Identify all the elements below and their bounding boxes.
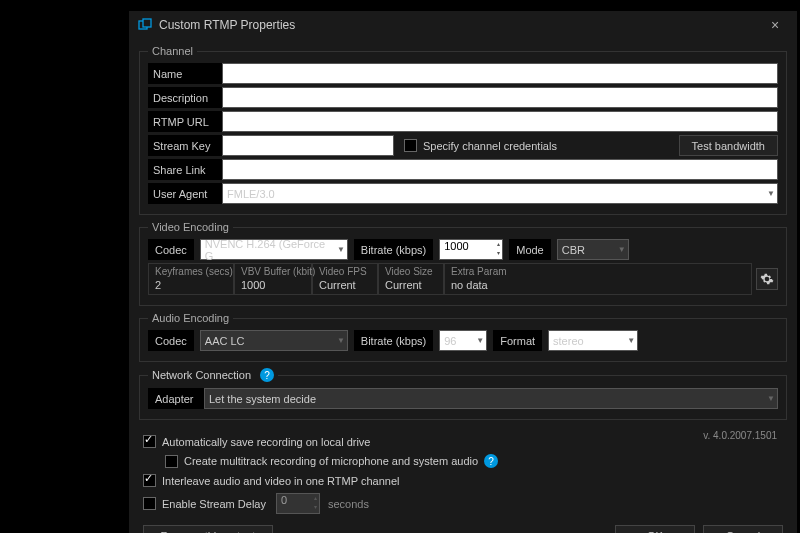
audio-legend: Audio Encoding [148,312,233,324]
stream-delay-input[interactable]: 0 [276,493,320,514]
user-agent-select[interactable]: FMLE/3.0 ▼ [222,183,778,204]
extra-param-box: Extra Param no data [444,263,752,295]
audio-codec-label: Codec [148,330,194,351]
interleave-checkbox[interactable] [143,474,156,487]
chevron-down-icon: ▼ [767,394,775,403]
remove-output-button[interactable]: Remove this output [143,525,273,533]
video-size-box: Video Size Current [378,263,444,295]
network-legend: Network Connection ? [148,368,278,382]
channel-legend: Channel [148,45,197,57]
user-agent-value: FMLE/3.0 [227,188,275,200]
rtmp-url-label: RTMP URL [148,111,222,132]
audio-codec-select[interactable]: AAC LC▼ [200,330,348,351]
test-bandwidth-button[interactable]: Test bandwidth [679,135,778,156]
seconds-label: seconds [328,498,369,510]
rtmp-url-input[interactable] [222,111,778,132]
svg-rect-1 [143,19,151,27]
close-icon[interactable]: × [761,17,789,33]
chevron-down-icon: ▼ [618,245,626,254]
video-fps-box: Video FPS Current [312,263,378,295]
audio-format-select[interactable]: stereo▼ [548,330,638,351]
audio-format-label: Format [493,330,542,351]
auto-save-checkbox[interactable] [143,435,156,448]
specify-credentials-checkbox[interactable] [404,139,417,152]
channel-group: Channel Name Description RTMP URL Stream… [139,45,787,215]
audio-encoding-group: Audio Encoding Codec AAC LC▼ Bitrate (kb… [139,312,787,362]
description-label: Description [148,87,222,108]
video-mode-select[interactable]: CBR▼ [557,239,629,260]
stream-delay-label: Enable Stream Delay [162,498,266,510]
stream-delay-checkbox[interactable] [143,497,156,510]
specify-credentials-label: Specify channel credentials [423,140,557,152]
custom-rtmp-properties-dialog: Custom RTMP Properties × Channel Name De… [128,10,798,533]
video-bitrate-input[interactable]: 1000 [439,239,503,260]
video-settings-button[interactable] [756,268,778,290]
video-codec-label: Codec [148,239,194,260]
auto-save-label: Automatically save recording on local dr… [162,436,371,448]
video-legend: Video Encoding [148,221,233,233]
video-mode-label: Mode [509,239,551,260]
multitrack-label: Create multitrack recording of microphon… [184,455,478,467]
network-help-icon[interactable]: ? [260,368,274,382]
titlebar: Custom RTMP Properties × [129,11,797,39]
adapter-select[interactable]: Let the system decide▼ [204,388,778,409]
cancel-button[interactable]: Cancel [703,525,783,533]
keyframes-box: Keyframes (secs) 2 [148,263,234,295]
ok-button[interactable]: OK [615,525,695,533]
adapter-label: Adapter [148,388,204,409]
version-label: v. 4.0.2007.1501 [703,430,777,441]
chevron-down-icon: ▼ [627,336,635,345]
network-connection-group: Network Connection ? Adapter Let the sys… [139,368,787,420]
app-icon [137,17,153,33]
share-link-input[interactable] [222,159,778,180]
chevron-down-icon: ▼ [767,189,775,198]
name-label: Name [148,63,222,84]
chevron-down-icon: ▼ [337,336,345,345]
video-codec-select[interactable]: NVENC H.264 (GeForce G▼ [200,239,348,260]
gear-icon [760,272,774,286]
chevron-down-icon: ▼ [476,336,484,345]
audio-bitrate-select[interactable]: 96▼ [439,330,487,351]
vbv-buffer-box: VBV Buffer (kbit) 1000 [234,263,312,295]
options-area: v. 4.0.2007.1501 Automatically save reco… [139,426,787,533]
chevron-down-icon: ▼ [337,245,345,254]
dialog-footer: Remove this output OK Cancel [143,517,783,533]
multitrack-help-icon[interactable]: ? [484,454,498,468]
name-input[interactable] [222,63,778,84]
video-encoding-group: Video Encoding Codec NVENC H.264 (GeForc… [139,221,787,306]
share-link-label: Share Link [148,159,222,180]
description-input[interactable] [222,87,778,108]
user-agent-label: User Agent [148,183,222,204]
window-title: Custom RTMP Properties [159,18,761,32]
audio-bitrate-label: Bitrate (kbps) [354,330,433,351]
dialog-content: Channel Name Description RTMP URL Stream… [129,39,797,533]
stream-key-input[interactable] [222,135,394,156]
stream-key-label: Stream Key [148,135,222,156]
multitrack-checkbox[interactable] [165,455,178,468]
interleave-label: Interleave audio and video in one RTMP c… [162,475,399,487]
video-bitrate-label: Bitrate (kbps) [354,239,433,260]
